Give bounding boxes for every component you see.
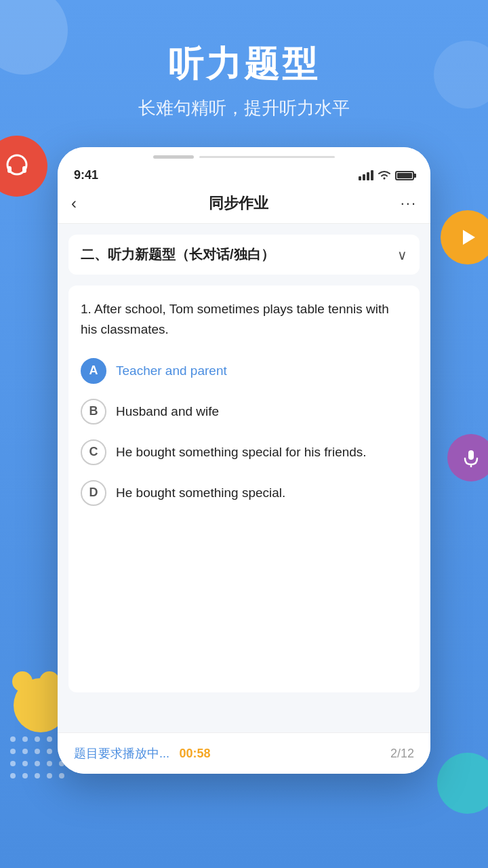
battery-icon <box>395 171 414 180</box>
option-d-circle: D <box>81 480 106 506</box>
bottom-playing-area: 题目要求播放中... 00:58 <box>74 745 211 762</box>
phone-mockup: 9:41 ‹ 同步作业 ··· <box>58 147 430 774</box>
option-b-text: Husband and wife <box>116 397 219 422</box>
signal-icon <box>359 170 373 180</box>
section-title: 二、听力新题型（长对话/独白） <box>81 245 274 264</box>
question-text: 1. After school, Tom sometimes plays tab… <box>81 299 407 340</box>
option-c-circle: C <box>81 439 106 465</box>
option-a[interactable]: A Teacher and parent <box>81 357 407 384</box>
svg-rect-1 <box>7 166 12 173</box>
option-d-text: He bought something special. <box>116 479 285 503</box>
nav-title: 同步作业 <box>209 193 268 214</box>
section-header[interactable]: 二、听力新题型（长对话/独白） ∨ <box>68 235 420 275</box>
page-title: 听力题型 <box>0 41 488 88</box>
option-a-text: Teacher and parent <box>116 357 227 381</box>
option-a-circle: A <box>81 358 106 384</box>
drag-pill <box>153 155 194 159</box>
option-c-text: He bought something special for his frie… <box>116 438 367 462</box>
svg-point-6 <box>384 177 386 179</box>
option-d[interactable]: D He bought something special. <box>81 479 407 506</box>
playing-text: 题目要求播放中... <box>74 747 169 760</box>
question-body: After school, Tom sometimes plays table … <box>81 302 389 336</box>
option-b-circle: B <box>81 399 106 425</box>
status-time: 9:41 <box>74 168 98 182</box>
nav-bar: ‹ 同步作业 ··· <box>58 186 430 224</box>
page-subtitle: 长难句精听，提升听力水平 <box>0 96 488 120</box>
playing-time: 00:58 <box>179 747 210 760</box>
svg-rect-4 <box>468 450 474 460</box>
status-icons <box>359 169 414 182</box>
bottom-bar: 题目要求播放中... 00:58 2/12 <box>58 732 430 774</box>
page-header: 听力题型 长难句精听，提升听力水平 <box>0 0 488 134</box>
drag-line <box>199 156 335 158</box>
content-area: 二、听力新题型（长对话/独白） ∨ 1. After school, Tom s… <box>58 224 430 732</box>
more-button[interactable]: ··· <box>401 195 417 212</box>
option-c[interactable]: C He bought something special for his fr… <box>81 438 407 465</box>
play-deco[interactable] <box>441 210 488 264</box>
question-card: 1. After school, Tom sometimes plays tab… <box>68 285 420 692</box>
svg-rect-2 <box>22 166 26 173</box>
status-bar: 9:41 <box>58 164 430 186</box>
drag-indicator <box>58 147 430 164</box>
mic-icon <box>462 448 481 467</box>
svg-marker-3 <box>463 230 475 245</box>
play-icon <box>458 227 478 248</box>
progress-indicator: 2/12 <box>390 747 414 761</box>
question-number: 1. <box>81 302 92 316</box>
headphone-icon <box>2 151 32 181</box>
option-b[interactable]: B Husband and wife <box>81 397 407 425</box>
wifi-icon <box>378 169 391 182</box>
chevron-down-icon: ∨ <box>397 247 407 263</box>
back-button[interactable]: ‹ <box>71 194 77 213</box>
